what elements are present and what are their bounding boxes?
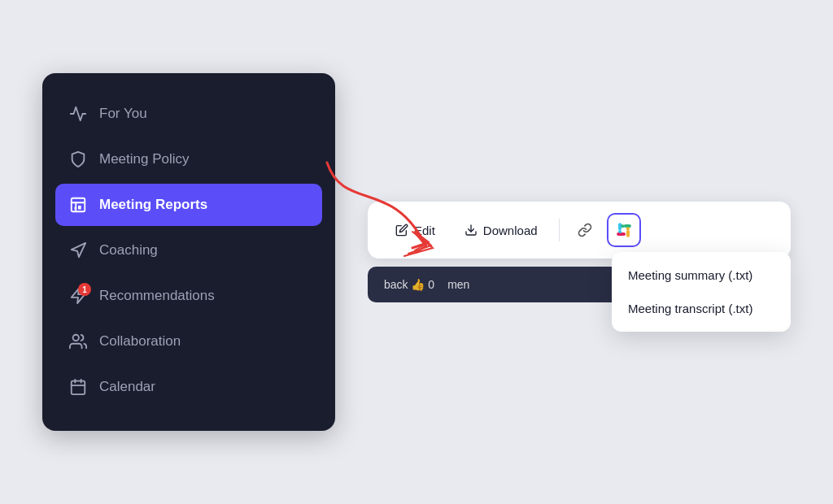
- sidebar-item-calendar-label: Calendar: [99, 379, 309, 395]
- sidebar-item-meeting-policy[interactable]: Meeting Policy: [55, 138, 322, 180]
- download-icon: [464, 224, 478, 237]
- activity-icon: [68, 104, 88, 124]
- download-label: Download: [483, 224, 538, 237]
- sidebar-item-coaching[interactable]: Coaching: [55, 229, 322, 272]
- sidebar-item-collaboration-label: Collaboration: [99, 333, 309, 350]
- svg-rect-7: [72, 381, 85, 395]
- sidebar-item-calendar[interactable]: Calendar: [55, 366, 322, 408]
- shield-icon: [68, 150, 88, 169]
- sidebar-item-coaching-label: Coaching: [99, 242, 309, 259]
- sidebar-item-collaboration[interactable]: Collaboration: [55, 320, 322, 363]
- lightning-icon: 1: [68, 286, 88, 306]
- edit-label: Edit: [414, 224, 435, 237]
- svg-rect-3: [78, 206, 81, 210]
- calendar-icon: [68, 377, 88, 397]
- slack-icon: [615, 221, 633, 239]
- edit-button[interactable]: Edit: [384, 217, 447, 244]
- edit-icon: [395, 224, 408, 237]
- megaphone-icon: [68, 241, 88, 260]
- slack-button[interactable]: [607, 213, 641, 247]
- download-button[interactable]: Download: [453, 217, 549, 244]
- sidebar-item-meeting-policy-label: Meeting Policy: [99, 151, 309, 167]
- dropdown-item-transcript-label: Meeting transcript (.txt): [628, 302, 752, 315]
- link-button[interactable]: [569, 216, 600, 244]
- content-bar-text: back 👍 0: [384, 278, 434, 291]
- sidebar-item-meeting-reports[interactable]: Meeting Reports: [55, 184, 322, 226]
- dropdown-item-summary-label: Meeting summary (.txt): [628, 268, 752, 282]
- toolbar-card: Edit Download: [368, 202, 791, 259]
- sidebar-item-meeting-reports-label: Meeting Reports: [99, 197, 309, 213]
- sidebar-item-for-you-label: For You: [99, 106, 309, 122]
- right-panel: Edit Download: [368, 202, 791, 302]
- chart-icon: [68, 195, 88, 215]
- people-icon: [68, 332, 88, 351]
- sidebar-item-recommendations[interactable]: 1 Recommendations: [55, 275, 322, 317]
- toolbar-divider: [559, 219, 560, 241]
- recommendations-badge: 1: [78, 283, 91, 296]
- download-dropdown: Meeting summary (.txt) Meeting transcrip…: [612, 252, 791, 332]
- svg-point-6: [73, 335, 79, 341]
- sidebar: For You Meeting Policy Mee: [42, 73, 335, 431]
- svg-rect-4: [74, 207, 76, 210]
- link-icon: [578, 223, 592, 237]
- dropdown-item-summary[interactable]: Meeting summary (.txt): [612, 259, 791, 292]
- sidebar-item-recommendations-label: Recommendations: [99, 288, 309, 304]
- dropdown-item-transcript[interactable]: Meeting transcript (.txt): [612, 292, 791, 325]
- sidebar-item-for-you[interactable]: For You: [55, 93, 322, 135]
- content-bar-suffix: men: [447, 278, 469, 291]
- svg-rect-0: [72, 198, 85, 212]
- scene: For You Meeting Policy Mee: [42, 33, 791, 471]
